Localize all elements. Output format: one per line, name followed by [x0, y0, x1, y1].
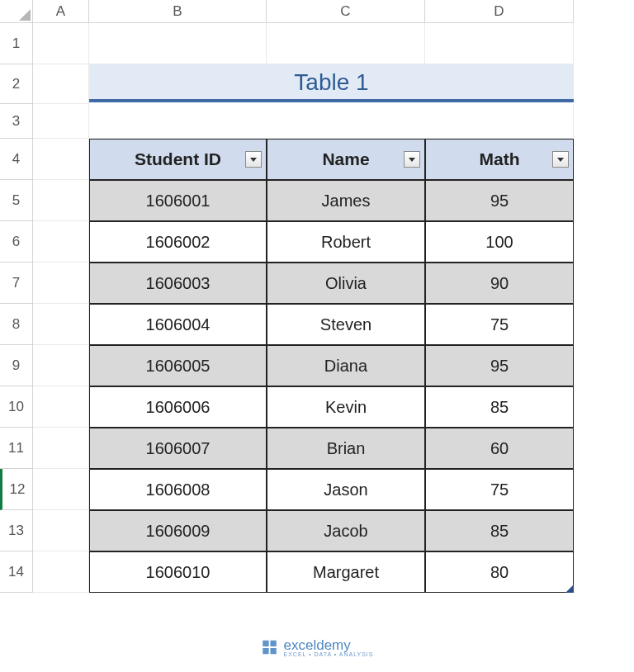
- table-cell[interactable]: 80: [425, 551, 574, 593]
- select-all-corner[interactable]: [0, 0, 33, 23]
- cell-value: 80: [490, 563, 509, 582]
- table-cell[interactable]: James: [267, 180, 425, 221]
- col-header-D[interactable]: D: [425, 0, 574, 23]
- table-cell[interactable]: Steven: [267, 304, 425, 345]
- row-header-6[interactable]: 6: [0, 221, 33, 263]
- cell-D1[interactable]: [425, 23, 574, 64]
- table-cell[interactable]: 1606006: [89, 386, 267, 428]
- row-header-9[interactable]: 9: [0, 345, 33, 386]
- row-header-4[interactable]: 4: [0, 139, 33, 180]
- filter-dropdown-icon[interactable]: [404, 151, 420, 168]
- row-header-13[interactable]: 13: [0, 510, 33, 551]
- row-header-1[interactable]: 1: [0, 23, 33, 64]
- cell-A7[interactable]: [33, 263, 89, 304]
- cell-A4[interactable]: [33, 139, 89, 180]
- table-cell[interactable]: 1606005: [89, 345, 267, 386]
- table-header-math[interactable]: Math: [425, 139, 574, 180]
- cell-A3[interactable]: [33, 104, 89, 139]
- row-header-5[interactable]: 5: [0, 180, 33, 221]
- row-header-14[interactable]: 14: [0, 551, 33, 593]
- table-cell[interactable]: 1606007: [89, 428, 267, 469]
- filter-dropdown-icon[interactable]: [552, 151, 569, 168]
- cell-A12[interactable]: [33, 469, 89, 510]
- cell-A8[interactable]: [33, 304, 89, 345]
- watermark-subtext: EXCEL • DATA • ANALYSIS: [284, 651, 374, 657]
- cell-A10[interactable]: [33, 386, 89, 428]
- row-header-12[interactable]: 12: [0, 469, 33, 510]
- table-cell[interactable]: Brian: [267, 428, 425, 469]
- title-merged-cell[interactable]: Table 1: [89, 64, 574, 104]
- row-header-10[interactable]: 10: [0, 386, 33, 428]
- table-cell[interactable]: 95: [425, 345, 574, 386]
- cell-A6[interactable]: [33, 221, 89, 263]
- table-header-student-id[interactable]: Student ID: [89, 139, 267, 180]
- table-cell[interactable]: 1606010: [89, 551, 267, 593]
- row-header-7[interactable]: 7: [0, 263, 33, 304]
- table-cell[interactable]: 75: [425, 304, 574, 345]
- table-cell[interactable]: 1606002: [89, 221, 267, 263]
- row-header-8[interactable]: 8: [0, 304, 33, 345]
- cell-A5[interactable]: [33, 180, 89, 221]
- table-title: Table 1: [89, 64, 574, 102]
- cell-A1[interactable]: [33, 23, 89, 64]
- table-cell[interactable]: 60: [425, 428, 574, 469]
- col-header-B[interactable]: B: [89, 0, 267, 23]
- table-cell[interactable]: Jacob: [267, 510, 425, 551]
- header-label: Student ID: [90, 149, 266, 169]
- col-header-A[interactable]: A: [33, 0, 89, 23]
- cell-A9[interactable]: [33, 345, 89, 386]
- cell-A14[interactable]: [33, 551, 89, 593]
- cell-B3D3[interactable]: [89, 104, 574, 139]
- header-label: Math: [426, 149, 573, 169]
- spreadsheet-grid: A B C D 1 2 Table 1 3 4 Student ID Name …: [0, 0, 634, 593]
- row-header-2[interactable]: 2: [0, 64, 33, 104]
- table-cell[interactable]: 90: [425, 263, 574, 304]
- table-cell[interactable]: Robert: [267, 221, 425, 263]
- table-cell[interactable]: 85: [425, 510, 574, 551]
- table-cell[interactable]: Olivia: [267, 263, 425, 304]
- table-cell[interactable]: Kevin: [267, 386, 425, 428]
- cell-A2[interactable]: [33, 64, 89, 104]
- cell-A11[interactable]: [33, 428, 89, 469]
- header-label: Name: [267, 149, 424, 169]
- table-cell[interactable]: 1606009: [89, 510, 267, 551]
- filter-dropdown-icon[interactable]: [245, 151, 262, 168]
- table-cell[interactable]: 85: [425, 386, 574, 428]
- table-cell[interactable]: 75: [425, 469, 574, 510]
- watermark: exceldemy EXCEL • DATA • ANALYSIS: [261, 637, 374, 657]
- table-cell[interactable]: Diana: [267, 345, 425, 386]
- table-cell[interactable]: 1606004: [89, 304, 267, 345]
- table-resize-handle-icon[interactable]: [565, 584, 574, 593]
- cell-B1[interactable]: [89, 23, 267, 64]
- excel-table: Student ID Name Math 1606001James95 1606…: [89, 139, 574, 593]
- row-header-11[interactable]: 11: [0, 428, 33, 469]
- exceldemy-logo-icon: [261, 638, 279, 656]
- col-header-C[interactable]: C: [267, 0, 425, 23]
- table-cell[interactable]: 1606003: [89, 263, 267, 304]
- cell-A13[interactable]: [33, 510, 89, 551]
- cell-C1[interactable]: [267, 23, 425, 64]
- table-cell[interactable]: 1606008: [89, 469, 267, 510]
- table-cell[interactable]: 1606001: [89, 180, 267, 221]
- row-header-3[interactable]: 3: [0, 104, 33, 139]
- table-header-name[interactable]: Name: [267, 139, 425, 180]
- table-cell[interactable]: Margaret: [267, 551, 425, 593]
- table-cell[interactable]: Jason: [267, 469, 425, 510]
- table-cell[interactable]: 95: [425, 180, 574, 221]
- table-cell[interactable]: 100: [425, 221, 574, 263]
